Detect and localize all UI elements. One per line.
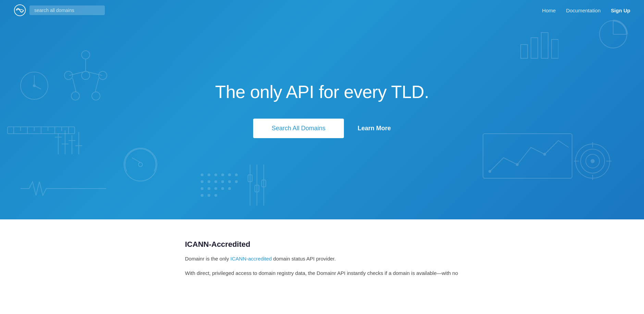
nav-signup[interactable]: Sign Up	[611, 8, 630, 13]
learn-more-button[interactable]: Learn More	[358, 125, 391, 132]
svg-point-5	[82, 51, 90, 59]
svg-rect-55	[541, 33, 548, 58]
svg-rect-83	[248, 175, 252, 182]
svg-point-10	[82, 71, 90, 80]
svg-line-13	[86, 71, 102, 75]
svg-point-43	[516, 164, 518, 166]
content-p1-start: Domainr is the only	[185, 256, 231, 262]
hero-title: The only API for every TLD.	[215, 82, 429, 102]
bg-icon-waveform	[21, 178, 106, 199]
svg-line-15	[95, 78, 99, 92]
hero-buttons: Search All Domains Learn More	[215, 119, 429, 138]
content-p1-end: domain status API provider.	[272, 256, 336, 262]
svg-point-57	[599, 21, 627, 48]
svg-rect-54	[531, 38, 538, 58]
svg-point-44	[544, 153, 546, 155]
svg-rect-84	[255, 185, 259, 192]
hero-content: The only API for every TLD. Search All D…	[215, 82, 429, 138]
content-paragraph-1: Domainr is the only ICANN-accredited dom…	[185, 254, 459, 263]
svg-point-26	[124, 148, 157, 181]
svg-point-70	[228, 180, 231, 183]
domainr-logo-icon	[14, 4, 26, 16]
svg-point-61	[208, 173, 210, 176]
bg-icon-circle-chart-top-right	[596, 17, 630, 51]
svg-point-27	[138, 162, 143, 167]
hero-section: The only API for every TLD. Search All D…	[0, 0, 644, 219]
svg-point-76	[228, 187, 231, 190]
bg-icon-chart-monitor	[480, 130, 575, 185]
svg-line-14	[73, 78, 76, 92]
svg-point-42	[489, 170, 491, 172]
svg-point-69	[221, 180, 224, 183]
bg-icon-equalizer	[55, 127, 82, 161]
svg-point-62	[214, 173, 217, 176]
svg-point-64	[228, 173, 231, 176]
svg-rect-85	[262, 180, 266, 187]
svg-point-7	[99, 71, 107, 80]
svg-point-67	[208, 180, 210, 183]
icann-accredited-link[interactable]: ICANN-accredited	[231, 256, 272, 262]
svg-point-45	[575, 144, 610, 178]
search-input-nav[interactable]	[29, 5, 105, 15]
content-paragraph-2: With direct, privileged access to domain…	[185, 269, 459, 278]
svg-rect-16	[8, 127, 75, 134]
svg-point-46	[581, 149, 605, 173]
svg-point-47	[586, 154, 599, 168]
content-inner: ICANN-Accredited Domainr is the only ICA…	[185, 240, 459, 283]
svg-point-60	[201, 173, 203, 176]
svg-point-66	[201, 180, 203, 183]
svg-point-1	[21, 72, 48, 99]
svg-point-9	[92, 92, 100, 100]
svg-point-79	[214, 194, 217, 197]
brand-logo	[14, 4, 105, 16]
bg-icon-dots-pattern	[199, 171, 240, 199]
svg-line-3	[34, 86, 41, 89]
svg-point-63	[221, 173, 224, 176]
svg-rect-53	[521, 45, 528, 58]
content-title: ICANN-Accredited	[185, 240, 459, 249]
svg-point-75	[221, 187, 224, 190]
nav-home[interactable]: Home	[542, 8, 556, 13]
svg-point-74	[214, 187, 217, 190]
svg-point-73	[208, 187, 210, 190]
nav-documentation[interactable]: Documentation	[566, 8, 600, 13]
svg-point-71	[235, 180, 238, 183]
svg-rect-56	[552, 39, 558, 58]
navbar: Home Documentation Sign Up	[0, 0, 644, 21]
bg-icon-barchart-top-right	[517, 27, 558, 62]
bg-icon-gauge	[120, 144, 161, 185]
svg-point-72	[201, 187, 203, 190]
search-all-domains-button[interactable]: Search All Domains	[253, 119, 344, 138]
svg-line-28	[132, 158, 140, 162]
bg-icon-clock	[17, 69, 51, 103]
bg-icon-sliders	[247, 165, 267, 206]
nav-links: Home Documentation Sign Up	[542, 8, 630, 13]
svg-line-12	[69, 71, 86, 75]
bg-icon-ruler	[7, 123, 75, 137]
svg-point-4	[33, 85, 35, 87]
svg-point-77	[201, 194, 203, 197]
svg-point-78	[208, 194, 210, 197]
bg-icon-target	[572, 141, 613, 182]
svg-point-8	[71, 92, 79, 100]
content-section: ICANN-Accredited Domainr is the only ICA…	[0, 219, 644, 297]
svg-point-6	[64, 71, 73, 80]
svg-point-65	[235, 173, 238, 176]
bg-icon-network	[55, 45, 116, 106]
svg-point-68	[214, 180, 217, 183]
svg-rect-41	[483, 134, 572, 178]
svg-point-48	[591, 159, 594, 163]
